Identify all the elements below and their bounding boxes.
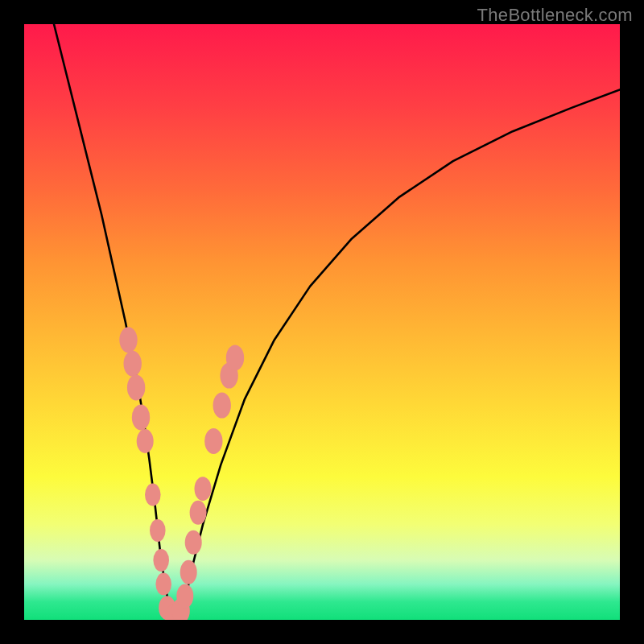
- svg-point-20: [226, 345, 244, 370]
- data-marker: [213, 393, 231, 419]
- watermark-text: TheBottleneck.com: [477, 5, 633, 26]
- data-marker: [124, 351, 142, 377]
- svg-point-18: [213, 393, 231, 419]
- svg-point-1: [124, 351, 142, 377]
- chart-frame: TheBottleneck.com: [0, 0, 644, 644]
- data-marker: [180, 560, 197, 584]
- data-marker: [137, 429, 154, 453]
- data-marker: [127, 374, 145, 400]
- svg-point-7: [153, 549, 169, 572]
- svg-point-0: [119, 327, 137, 353]
- svg-point-15: [190, 501, 207, 525]
- data-markers: [119, 327, 244, 620]
- svg-point-6: [150, 519, 166, 542]
- data-marker: [195, 477, 212, 501]
- data-marker: [176, 584, 193, 608]
- data-marker: [155, 573, 171, 596]
- svg-point-8: [155, 573, 171, 596]
- data-marker: [132, 404, 150, 430]
- plot-area: [24, 24, 620, 620]
- svg-point-5: [145, 484, 161, 506]
- data-marker: [185, 530, 202, 555]
- svg-point-3: [132, 404, 150, 430]
- data-marker: [119, 327, 137, 353]
- data-marker: [150, 519, 166, 542]
- svg-point-14: [185, 530, 202, 555]
- data-marker: [204, 428, 222, 454]
- svg-point-12: [176, 584, 193, 608]
- svg-point-2: [127, 374, 145, 400]
- data-marker: [145, 484, 161, 506]
- svg-point-16: [195, 477, 212, 501]
- svg-point-13: [180, 560, 197, 584]
- svg-point-17: [204, 428, 222, 454]
- data-marker: [226, 345, 244, 370]
- data-marker: [190, 501, 207, 525]
- svg-point-4: [137, 429, 154, 453]
- chart-svg: [24, 24, 620, 620]
- data-marker: [153, 549, 169, 572]
- bottleneck-curve-line: [54, 24, 620, 620]
